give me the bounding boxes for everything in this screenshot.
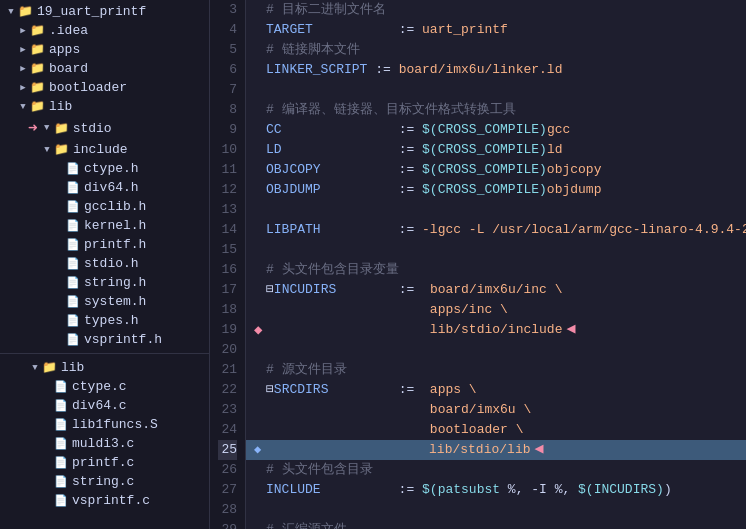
sidebar-item-label: div64.h <box>84 180 139 195</box>
code-text: lib/stdio/include <box>266 320 562 340</box>
code-text: # 头文件包含目录 <box>266 460 373 480</box>
code-line-17: ⊟ INCUDIRS := board/imx6u/inc \ <box>246 280 746 300</box>
sidebar-item-label: include <box>73 142 128 157</box>
sidebar-item-label: system.h <box>84 294 146 309</box>
code-text: CC <box>266 120 282 140</box>
code-line-27: INCLUDE := $(patsubst %, -I %, $(INCUDIR… <box>246 480 746 500</box>
code-text: := <box>321 180 422 200</box>
file-icon: 📄 <box>66 257 80 270</box>
code-text: $(CROSS_COMPILE) <box>422 140 547 160</box>
code-text: apps \ <box>430 380 477 400</box>
code-line-9: CC := $(CROSS_COMPILE) gcc <box>246 120 746 140</box>
code-text: ⊟ <box>266 380 274 400</box>
chevron-icon: ▼ <box>28 363 42 373</box>
sidebar-item-include[interactable]: ▼ 📁 include <box>0 140 209 159</box>
code-text: bootloader \ <box>266 420 523 440</box>
code-text: $(CROSS_COMPILE) <box>422 180 547 200</box>
line-number: 29 <box>218 520 237 529</box>
sidebar-item-bootloader[interactable]: ▶ 📁 bootloader <box>0 78 209 97</box>
code-text: LIBPATH <box>266 220 321 240</box>
sidebar-item-div64-h[interactable]: ▶ 📄 div64.h <box>0 178 209 197</box>
sidebar-item-system-h[interactable]: ▶ 📄 system.h <box>0 292 209 311</box>
code-line-7 <box>246 80 746 100</box>
sidebar-item-gcclib-h[interactable]: ▶ 📄 gcclib.h <box>0 197 209 216</box>
sidebar-item-stdio[interactable]: ➜ ▼ 📁 stdio <box>0 116 209 140</box>
file-tree[interactable]: ▼ 📁 19_uart_printf ▶ 📁 .idea ▶ 📁 apps ▶ … <box>0 0 210 529</box>
line-number: 20 <box>218 340 237 360</box>
code-line-20 <box>246 340 746 360</box>
folder-icon: 📁 <box>30 42 45 57</box>
code-line-16: # 头文件包含目录变量 <box>246 260 746 280</box>
code-line-24: bootloader \ <box>246 420 746 440</box>
sidebar-item-printf-c[interactable]: ▶ 📄 printf.c <box>0 453 209 472</box>
sidebar-item-vsprintf-c[interactable]: ▶ 📄 vsprintf.c <box>0 491 209 510</box>
sidebar-item-label: printf.c <box>72 455 134 470</box>
code-line-10: LD := $(CROSS_COMPILE) ld <box>246 140 746 160</box>
sidebar-item-label: board <box>49 61 88 76</box>
code-text: # 源文件目录 <box>266 360 347 380</box>
code-line-29: # 汇编源文件 <box>246 520 746 529</box>
file-icon: 📄 <box>66 200 80 213</box>
code-text: gcc <box>547 120 570 140</box>
sidebar-item-ctype-c[interactable]: ▶ 📄 ctype.c <box>0 377 209 396</box>
sidebar-item-label: lib1funcs.S <box>72 417 158 432</box>
line-number: 19 <box>218 320 237 340</box>
sidebar-item-types-h[interactable]: ▶ 📄 types.h <box>0 311 209 330</box>
line-number: 12 <box>218 180 237 200</box>
file-icon: 📄 <box>54 456 68 469</box>
line-number: 3 <box>218 0 237 20</box>
code-line-4: TARGET := uart_printf <box>246 20 746 40</box>
code-area: 3 4 5 6 7 8 9 10 11 12 13 14 15 16 17 18… <box>210 0 746 529</box>
sidebar-item-board[interactable]: ▶ 📁 board <box>0 59 209 78</box>
code-text: SRCDIRS <box>274 380 329 400</box>
file-icon: 📄 <box>54 399 68 412</box>
file-icon: 📄 <box>54 437 68 450</box>
code-line-18: apps/inc \ <box>246 300 746 320</box>
file-icon: 📄 <box>66 219 80 232</box>
code-line-5: # 链接脚本文件 <box>246 40 746 60</box>
sidebar-item-label: stdio.h <box>84 256 139 271</box>
line-number: 24 <box>218 420 237 440</box>
code-line-26: # 头文件包含目录 <box>246 460 746 480</box>
sidebar-item-printf-h[interactable]: ▶ 📄 printf.h <box>0 235 209 254</box>
code-text: # 头文件包含目录变量 <box>266 260 399 280</box>
sidebar-item-label: string.h <box>84 275 146 290</box>
sidebar-item-label: ctype.h <box>84 161 139 176</box>
line-number: 13 <box>218 200 237 220</box>
chevron-icon: ▶ <box>16 82 30 93</box>
sidebar-item-muldi3-c[interactable]: ▶ 📄 muldi3.c <box>0 434 209 453</box>
sidebar-item-ctype-h[interactable]: ▶ 📄 ctype.h <box>0 159 209 178</box>
sidebar-item-stdio-h[interactable]: ▶ 📄 stdio.h <box>0 254 209 273</box>
code-text: := <box>282 120 422 140</box>
sidebar-item-kernel-h[interactable]: ▶ 📄 kernel.h <box>0 216 209 235</box>
code-text: := <box>321 160 422 180</box>
line-number: 6 <box>218 60 237 80</box>
code-content[interactable]: # 目标二进制文件名 TARGET := uart_printf # 链接脚本文… <box>246 0 746 529</box>
code-text: # 目标二进制文件名 <box>266 0 386 20</box>
code-text: objcopy <box>547 160 602 180</box>
code-line-12: OBJDUMP := $(CROSS_COMPILE) objdump <box>246 180 746 200</box>
sidebar-item-div64-c[interactable]: ▶ 📄 div64.c <box>0 396 209 415</box>
sidebar-item-string-c[interactable]: ▶ 📄 string.c <box>0 472 209 491</box>
code-text: ld <box>547 140 563 160</box>
line-number: 9 <box>218 120 237 140</box>
sidebar-item-apps[interactable]: ▶ 📁 apps <box>0 40 209 59</box>
file-icon: 📄 <box>66 276 80 289</box>
sidebar-item-vsprintf-h[interactable]: ▶ 📄 vsprintf.h <box>0 330 209 349</box>
code-text: $(INCUDIRS) <box>578 480 664 500</box>
gutter-space: ◆ <box>254 320 266 340</box>
code-line-11: OBJCOPY := $(CROSS_COMPILE) objcopy <box>246 160 746 180</box>
code-line-21: # 源文件目录 <box>246 360 746 380</box>
sidebar-item-lib[interactable]: ▼ 📁 lib <box>0 97 209 116</box>
sidebar-item-idea[interactable]: ▶ 📁 .idea <box>0 21 209 40</box>
sidebar-item-lib1funcs-s[interactable]: ▶ 📄 lib1funcs.S <box>0 415 209 434</box>
sidebar-item-label: gcclib.h <box>84 199 146 214</box>
code-text: apps/inc \ <box>266 300 508 320</box>
code-text: lib/stdio/lib <box>265 440 530 460</box>
sidebar-item-string-h[interactable]: ▶ 📄 string.h <box>0 273 209 292</box>
sidebar-item-lib2[interactable]: ▼ 📁 lib <box>0 358 209 377</box>
code-text: TARGET <box>266 20 313 40</box>
line-number: 18 <box>218 300 237 320</box>
line-numbers: 3 4 5 6 7 8 9 10 11 12 13 14 15 16 17 18… <box>210 0 246 529</box>
sidebar-item-root[interactable]: ▼ 📁 19_uart_printf <box>0 2 209 21</box>
